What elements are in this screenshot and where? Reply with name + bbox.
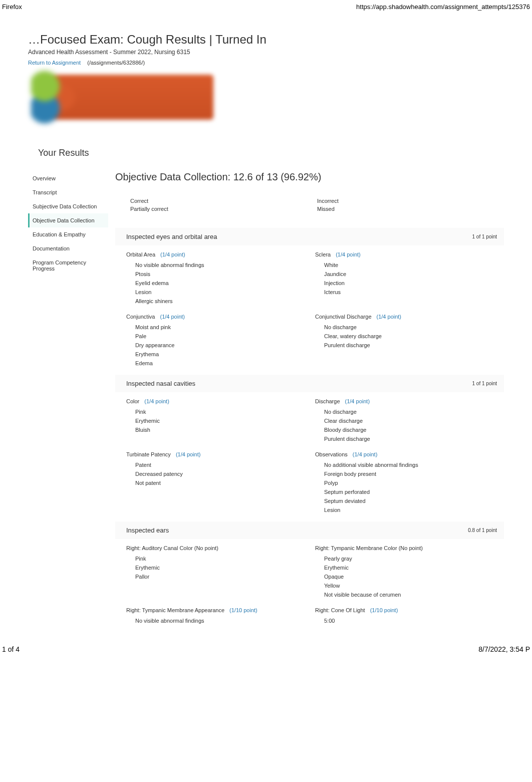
finding-header-text: Discharge xyxy=(315,398,340,404)
legend: Correct Partially correct Incorrect Miss… xyxy=(115,195,504,223)
findings-row: Conjunctiva(1/4 point)Moist and pinkPale… xyxy=(115,308,504,370)
finding-header: Right: Auditory Canal Color (No point) xyxy=(126,545,307,551)
sidebar-item[interactable]: Objective Data Collection xyxy=(28,213,108,227)
finding-list: PinkErythemicBluish xyxy=(126,407,307,434)
finding-item: Edema xyxy=(135,359,307,368)
findings-row: Orbital Area(1/4 point)No visible abnorm… xyxy=(115,245,504,308)
finding-item: Purulent discharge xyxy=(324,434,496,443)
category-title: Inspected eyes and orbital area xyxy=(126,233,217,240)
legend-missed: Missed xyxy=(317,206,504,212)
return-to-assignment-link[interactable]: Return to Assignment xyxy=(28,60,81,66)
finding-list: WhiteJaundiceInjectionIcterus xyxy=(315,260,496,297)
findings-col: Right: Auditory Canal Color (No point)Pi… xyxy=(126,545,315,599)
finding-header-text: Turbinate Patency xyxy=(126,451,171,457)
finding-item: Lesion xyxy=(324,505,496,514)
point-fraction: (1/4 point) xyxy=(336,251,361,257)
page-title: …Focused Exam: Cough Results | Turned In xyxy=(28,33,504,47)
finding-item: Polyp xyxy=(324,478,496,487)
category-header: Inspected eyes and orbital area1 of 1 po… xyxy=(115,228,504,245)
finding-list: No visible abnormal findings xyxy=(126,616,307,625)
point-fraction: (1/4 point) xyxy=(160,251,185,257)
sidebar-item[interactable]: Education & Empathy xyxy=(28,227,108,241)
browser-url: https://app.shadowhealth.com/assignment_… xyxy=(356,3,530,11)
findings-row: Right: Auditory Canal Color (No point)Pi… xyxy=(115,539,504,601)
findings-col: Conjunctival Discharge(1/4 point)No disc… xyxy=(315,314,504,368)
finding-item: Erythemic xyxy=(324,563,496,572)
finding-item: No visible abnormal findings xyxy=(135,260,307,270)
finding-list: PinkErythemicPallor xyxy=(126,554,307,581)
finding-item: Clear, watery discharge xyxy=(324,332,496,341)
shadow-health-logo xyxy=(43,75,213,120)
finding-item: Not visible because of cerumen xyxy=(324,590,496,599)
finding-item: Moist and pink xyxy=(135,323,307,332)
page-count: 1 of 4 xyxy=(2,645,20,653)
finding-header: Right: Tympanic Membrane Color (No point… xyxy=(315,545,496,551)
findings-col: Discharge(1/4 point)No dischargeClear di… xyxy=(315,398,504,443)
finding-item: Pearly gray xyxy=(324,554,496,563)
finding-header: Sclera(1/4 point) xyxy=(315,251,496,257)
sidebar-item[interactable]: Subjective Data Collection xyxy=(28,199,108,213)
finding-list: Pearly grayErythemicOpaqueYellowNot visi… xyxy=(315,554,496,599)
findings-col: Turbinate Patency(1/4 point)PatentDecrea… xyxy=(126,451,315,514)
finding-item: Erythema xyxy=(135,350,307,359)
sidebar-item[interactable]: Documentation xyxy=(28,241,108,255)
finding-item: Lesion xyxy=(135,288,307,297)
point-fraction: (1/4 point) xyxy=(160,314,185,320)
finding-item: 5:00 xyxy=(324,616,496,625)
finding-item: Patent xyxy=(135,460,307,469)
page-subtitle: Advanced Health Assessment - Summer 2022… xyxy=(28,49,504,56)
findings-col: Observations(1/4 point)No additional vis… xyxy=(315,451,504,514)
finding-item: Decreased patency xyxy=(135,469,307,478)
point-fraction: (1/4 point) xyxy=(345,398,370,404)
findings-col: Orbital Area(1/4 point)No visible abnorm… xyxy=(126,251,315,306)
sidebar-item[interactable]: Program Competency Progress xyxy=(28,255,108,276)
finding-item: Erythemic xyxy=(135,416,307,425)
finding-item: Septum deviated xyxy=(324,496,496,505)
finding-header-text: Color xyxy=(126,398,139,404)
finding-item: Jaundice xyxy=(324,270,496,279)
objective-data-heading: Objective Data Collection: 12.6 of 13 (9… xyxy=(115,171,504,183)
finding-item: Icterus xyxy=(324,288,496,297)
finding-header: Right: Tympanic Membrane Appearance(1/10… xyxy=(126,607,307,613)
legend-incorrect: Incorrect xyxy=(317,198,504,204)
finding-item: Purulent discharge xyxy=(324,341,496,350)
findings-row: Right: Tympanic Membrane Appearance(1/10… xyxy=(115,601,504,627)
finding-item: Ptosis xyxy=(135,270,307,279)
finding-item: No visible abnormal findings xyxy=(135,616,307,625)
findings-col: Right: Tympanic Membrane Appearance(1/10… xyxy=(126,607,315,625)
finding-item: Yellow xyxy=(324,581,496,590)
findings-col: Conjunctiva(1/4 point)Moist and pinkPale… xyxy=(126,314,315,368)
score-badge: 0.8 of 1 point xyxy=(468,528,497,533)
browser-header: Firefox https://app.shadowhealth.com/ass… xyxy=(0,0,532,18)
findings-col: Right: Cone Of Light(1/10 point)5:00 xyxy=(315,607,504,625)
finding-item: No discharge xyxy=(324,323,496,332)
finding-item: White xyxy=(324,260,496,270)
finding-header-text: Conjunctival Discharge xyxy=(315,314,372,320)
score-badge: 1 of 1 point xyxy=(472,381,497,386)
finding-header: Observations(1/4 point) xyxy=(315,451,496,457)
finding-item: Not patent xyxy=(135,478,307,487)
finding-header: Conjunctiva(1/4 point) xyxy=(126,314,307,320)
finding-list: No dischargeClear dischargeBloody discha… xyxy=(315,407,496,443)
sidebar-item[interactable]: Transcript xyxy=(28,185,108,199)
point-fraction: (1/10 point) xyxy=(229,607,257,613)
sidebar: OverviewTranscriptSubjective Data Collec… xyxy=(28,171,108,627)
finding-item: Injection xyxy=(324,279,496,288)
finding-header: Orbital Area(1/4 point) xyxy=(126,251,307,257)
findings-row: Turbinate Patency(1/4 point)PatentDecrea… xyxy=(115,445,504,516)
finding-item: Bluish xyxy=(135,425,307,434)
point-fraction: (1/4 point) xyxy=(377,314,402,320)
findings-row: Color(1/4 point)PinkErythemicBluishDisch… xyxy=(115,392,504,445)
finding-item: Allergic shiners xyxy=(135,297,307,306)
finding-item: No additional visible abnormal findings xyxy=(324,460,496,469)
finding-header: Color(1/4 point) xyxy=(126,398,307,404)
finding-item: Septum perforated xyxy=(324,487,496,496)
point-fraction: (1/4 point) xyxy=(176,451,201,457)
sidebar-item[interactable]: Overview xyxy=(28,171,108,185)
finding-list: Moist and pinkPaleDry appearanceErythema… xyxy=(126,323,307,368)
finding-item: Eyelid edema xyxy=(135,279,307,288)
legend-correct: Correct xyxy=(130,198,317,204)
finding-item: Pink xyxy=(135,407,307,416)
finding-item: No discharge xyxy=(324,407,496,416)
finding-header-text: Right: Cone Of Light xyxy=(315,607,365,613)
